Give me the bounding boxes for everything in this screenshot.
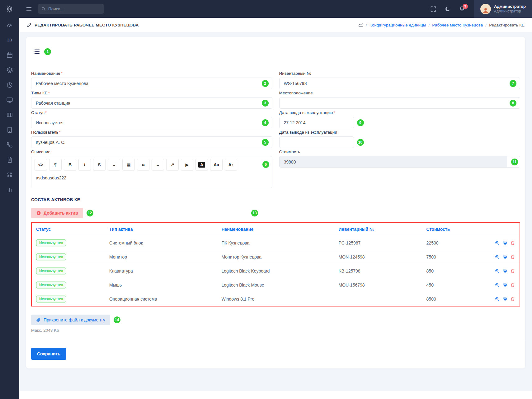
- chart-line-icon[interactable]: [358, 22, 363, 28]
- sidebar-item-calls[interactable]: [0, 137, 19, 152]
- editor-font-family-button[interactable]: Aa: [210, 159, 223, 170]
- view-asset-button[interactable]: [495, 254, 500, 259]
- sidebar-item-calendar[interactable]: [0, 48, 19, 63]
- required-mark: *: [45, 110, 47, 115]
- dark-mode-button[interactable]: [445, 6, 451, 12]
- sidebar-item-kanban[interactable]: [0, 107, 19, 122]
- editor-insert-link-button[interactable]: ∞: [137, 159, 149, 170]
- tablet-icon: [6, 126, 13, 133]
- cost-input[interactable]: [279, 156, 507, 168]
- asset-row: Используется Клавиатура Logitech Black K…: [32, 264, 520, 278]
- zoom-icon: [495, 283, 500, 287]
- sidebar-item-config-units[interactable]: [0, 33, 19, 48]
- paperclip-icon: [36, 318, 41, 322]
- gear-icon: [6, 5, 13, 13]
- zoom-icon: [495, 268, 500, 273]
- breadcrumb-current: Редактировать КЕ: [489, 23, 525, 27]
- fullscreen-button[interactable]: [430, 6, 436, 12]
- asset-row: Используется Мышь Logitech Black Mouse M…: [32, 278, 520, 292]
- delete-asset-button[interactable]: [510, 297, 515, 302]
- attach-file-button[interactable]: Прикрепите файл к документу: [31, 315, 110, 325]
- sidebar-item-apps[interactable]: [0, 167, 19, 182]
- delete-asset-button[interactable]: [510, 254, 515, 259]
- sidebar-toggle-button[interactable]: [26, 6, 32, 12]
- editor-paragraph-format-button[interactable]: ¶: [49, 159, 62, 170]
- field-inventory-number: Инвентарный № 7: [279, 71, 520, 89]
- column-header-actions: [485, 223, 520, 236]
- editor-background-color-button[interactable]: A: [195, 159, 208, 170]
- asset-type-cell: Системный блок: [105, 236, 217, 250]
- editor-strikethrough-button[interactable]: S: [93, 159, 106, 170]
- user-select[interactable]: [31, 136, 272, 148]
- asset-name-cell: ПК Кузнецова: [217, 236, 334, 250]
- bar-chart-icon: [6, 186, 13, 193]
- inventory-number-input[interactable]: [279, 78, 520, 89]
- apps-grid-icon: [6, 171, 13, 178]
- print-asset-button[interactable]: [502, 297, 507, 302]
- add-asset-button[interactable]: Добавить актив: [31, 208, 83, 218]
- asset-name-cell: Монитор Кузнецова: [217, 250, 334, 264]
- user-menu[interactable]: Администратор Администратор: [474, 0, 532, 18]
- editor-bold-button[interactable]: B: [64, 159, 76, 170]
- ci-type-select[interactable]: [31, 97, 272, 109]
- print-asset-button[interactable]: [502, 283, 507, 287]
- column-header-cost[interactable]: Стоимость: [422, 223, 486, 236]
- asset-type-cell: Клавиатура: [105, 264, 217, 278]
- sidebar-item-settings[interactable]: [0, 0, 19, 18]
- status-badge: Используется: [36, 296, 66, 302]
- print-asset-button[interactable]: [502, 268, 507, 273]
- location-input[interactable]: [279, 97, 520, 109]
- assets-toolbar: Добавить актив 12 13: [31, 208, 520, 218]
- print-asset-button[interactable]: [502, 254, 507, 259]
- decommission-date-input[interactable]: [279, 136, 354, 148]
- column-header-name[interactable]: Наименование: [217, 223, 334, 236]
- delete-asset-button[interactable]: [510, 268, 515, 273]
- sidebar-item-documents[interactable]: [0, 152, 19, 167]
- sidebar-item-workstations[interactable]: [0, 93, 19, 107]
- breadcrumb-link-workplace[interactable]: Рабочее место Кузнецова: [432, 23, 483, 27]
- editor-insert-video-button[interactable]: ▶: [181, 159, 193, 170]
- sidebar-item-layers[interactable]: [0, 63, 19, 78]
- column-header-asset-type[interactable]: Тип актива: [105, 223, 217, 236]
- view-asset-button[interactable]: [495, 240, 500, 245]
- sidebar-item-statistics[interactable]: [0, 182, 19, 197]
- editor-fullsize-button[interactable]: ↗: [166, 159, 179, 170]
- topbar: 3 Администратор Администратор: [19, 0, 532, 18]
- column-header-inventory[interactable]: Инвентарный №: [334, 223, 422, 236]
- editor-unordered-list-button[interactable]: ≡: [108, 159, 120, 170]
- view-asset-button[interactable]: [495, 297, 500, 302]
- view-asset-button[interactable]: [495, 283, 500, 287]
- editor-insert-table-button[interactable]: ▦: [122, 159, 135, 170]
- delete-asset-button[interactable]: [510, 283, 515, 287]
- print-asset-button[interactable]: [502, 240, 507, 245]
- trash-icon: [510, 268, 515, 273]
- field-user-label: Пользователь*: [31, 130, 272, 135]
- callout-badge-10: 10: [357, 139, 364, 146]
- view-asset-button[interactable]: [495, 268, 500, 273]
- notifications-button[interactable]: 3: [459, 6, 465, 12]
- name-input[interactable]: [31, 78, 272, 89]
- form-sections-toggle[interactable]: 1: [31, 48, 520, 55]
- editor-align-button[interactable]: ≡: [152, 159, 164, 170]
- breadcrumb-separator: /: [429, 23, 430, 27]
- sidebar: [0, 0, 19, 399]
- sidebar-item-dashboard[interactable]: [0, 18, 19, 33]
- editor-line-height-button[interactable]: A↕: [225, 159, 237, 170]
- save-button[interactable]: Сохранить: [31, 348, 66, 360]
- phone-icon: [6, 141, 13, 148]
- breadcrumb-separator: /: [485, 23, 487, 27]
- editor-italic-button[interactable]: I: [78, 159, 91, 170]
- delete-asset-button[interactable]: [510, 240, 515, 245]
- description-editor-content[interactable]: asdsdasdas222: [35, 170, 269, 184]
- search-input[interactable]: [48, 7, 101, 11]
- sidebar-item-knowledge[interactable]: [0, 122, 19, 137]
- status-select[interactable]: [31, 117, 272, 128]
- column-header-status[interactable]: Статус: [32, 223, 105, 236]
- plus-circle-icon: [36, 211, 41, 216]
- layers-icon: [6, 67, 13, 74]
- breadcrumb-link-config-units[interactable]: Конфигурационные единицы: [370, 23, 426, 27]
- editor-code-view-button[interactable]: <>: [35, 159, 47, 170]
- sidebar-item-reports[interactable]: [0, 78, 19, 93]
- fullscreen-icon: [430, 6, 436, 12]
- commission-date-input[interactable]: [279, 117, 354, 128]
